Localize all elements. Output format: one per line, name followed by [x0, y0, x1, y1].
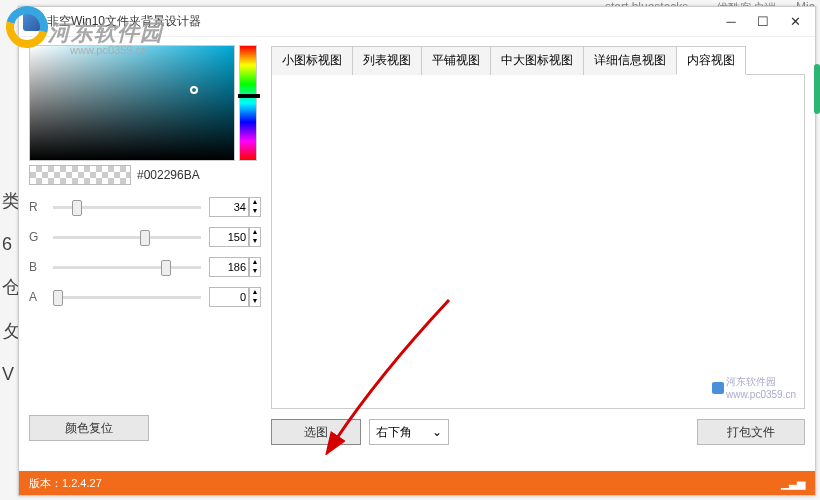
g-label: G: [29, 230, 45, 244]
position-combo[interactable]: 右下角 ⌄: [369, 419, 449, 445]
r-label: R: [29, 200, 45, 214]
tab-content[interactable]: 内容视图: [676, 46, 746, 75]
r-spinner[interactable]: ▲▼: [249, 197, 261, 217]
saturation-picker[interactable]: [29, 45, 235, 161]
pack-file-button[interactable]: 打包文件: [697, 419, 805, 445]
tab-list[interactable]: 列表视图: [352, 46, 422, 75]
transparency-swatch: [29, 165, 131, 185]
position-value: 右下角: [376, 424, 412, 441]
version-label: 版本：: [29, 477, 62, 489]
a-spinner[interactable]: ▲▼: [249, 287, 261, 307]
hex-value: #002296BA: [137, 168, 200, 182]
g-slider[interactable]: [53, 236, 201, 239]
hue-slider[interactable]: [239, 45, 257, 161]
side-indicator: [814, 64, 820, 114]
r-row: R ▲▼: [29, 197, 261, 217]
reset-color-button[interactable]: 颜色复位: [29, 415, 149, 441]
r-thumb[interactable]: [72, 200, 82, 216]
watermark-icon: [712, 382, 724, 394]
a-label: A: [29, 290, 45, 304]
close-button[interactable]: ✕: [779, 8, 811, 36]
b-spinner[interactable]: ▲▼: [249, 257, 261, 277]
preview-area: 河东软件园 www.pc0359.cn: [271, 75, 805, 409]
preview-panel: 小图标视图 列表视图 平铺视图 中大图标视图 详细信息视图 内容视图 河东软件园…: [271, 45, 805, 445]
version-value: 1.2.4.27: [62, 477, 102, 489]
site-url: www.pc0359.cn: [70, 44, 147, 56]
a-slider[interactable]: [53, 296, 201, 299]
a-row: A ▲▼: [29, 287, 261, 307]
b-input[interactable]: [209, 257, 249, 277]
g-spinner[interactable]: ▲▼: [249, 227, 261, 247]
a-input[interactable]: [209, 287, 249, 307]
g-thumb[interactable]: [140, 230, 150, 246]
hue-thumb[interactable]: [238, 94, 260, 98]
tab-tiles[interactable]: 平铺视图: [421, 46, 491, 75]
view-tabs: 小图标视图 列表视图 平铺视图 中大图标视图 详细信息视图 内容视图: [271, 45, 805, 75]
b-thumb[interactable]: [161, 260, 171, 276]
color-panel: #002296BA R ▲▼ G ▲▼ B: [29, 45, 261, 445]
chevron-down-icon: ⌄: [432, 425, 442, 439]
tab-small-icons[interactable]: 小图标视图: [271, 46, 353, 75]
a-thumb[interactable]: [53, 290, 63, 306]
maximize-button[interactable]: ☐: [747, 8, 779, 36]
watermark: 河东软件园 www.pc0359.cn: [712, 375, 796, 400]
tab-medium-icons[interactable]: 中大图标视图: [490, 46, 584, 75]
tab-details[interactable]: 详细信息视图: [583, 46, 677, 75]
g-row: G ▲▼: [29, 227, 261, 247]
minimize-button[interactable]: ─: [715, 8, 747, 36]
picker-cursor[interactable]: [190, 86, 198, 94]
b-row: B ▲▼: [29, 257, 261, 277]
signal-icon: ▁▃▅: [781, 477, 805, 490]
r-input[interactable]: [209, 197, 249, 217]
r-slider[interactable]: [53, 206, 201, 209]
b-slider[interactable]: [53, 266, 201, 269]
statusbar: 版本：1.2.4.27 ▁▃▅: [19, 471, 815, 495]
g-input[interactable]: [209, 227, 249, 247]
select-image-button[interactable]: 选图: [271, 419, 361, 445]
app-window: 非空Win10文件夹背景设计器 ─ ☐ ✕ #002296BA: [18, 6, 816, 496]
b-label: B: [29, 260, 45, 274]
